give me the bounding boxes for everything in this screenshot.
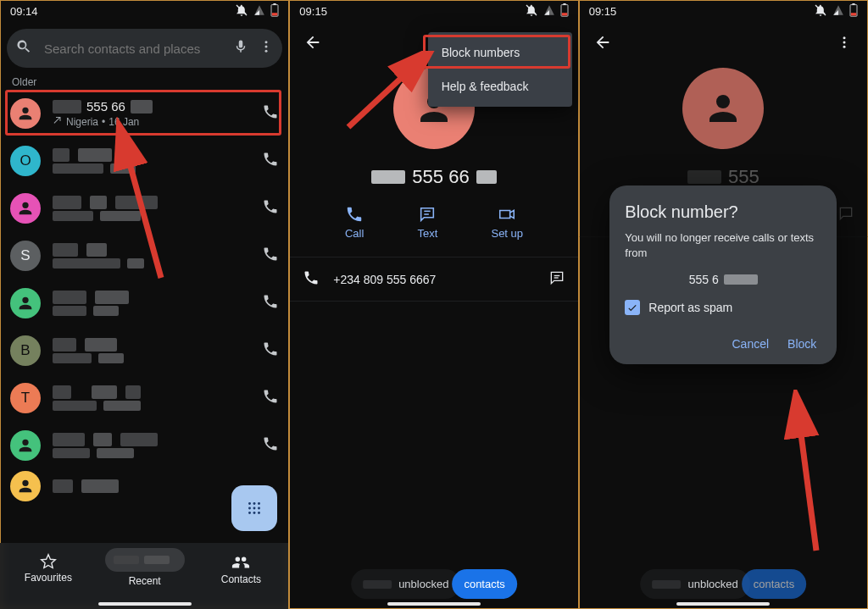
snackbar: unblocked	[640, 569, 749, 599]
contacts-chip[interactable]: contacts	[452, 569, 516, 599]
outgoing-icon	[53, 115, 63, 128]
status-icons	[525, 3, 569, 19]
svg-point-14	[253, 512, 256, 514]
snackbar-cluster: unblocked contacts	[351, 569, 517, 599]
nav-favourites[interactable]: Favourites	[1, 553, 97, 584]
call-log-row[interactable]: 555 66 Nigeria • 16 Jan	[0, 90, 289, 137]
status-bar: 09:14	[0, 0, 289, 22]
call-log-list: 555 66 Nigeria • 16 Jan	[0, 90, 289, 501]
svg-point-12	[258, 507, 260, 510]
dialog-backdrop: Block number? You will no longer receive…	[579, 0, 868, 609]
panel-block-dialog: 09:15 555	[579, 0, 868, 609]
avatar-letter: B	[20, 342, 30, 359]
svg-point-11	[253, 507, 256, 510]
mic-icon[interactable]	[233, 39, 248, 58]
contact-number-title: 555 66	[371, 166, 496, 188]
action-text[interactable]: Text	[417, 205, 437, 240]
meta-date: 16 Jan	[108, 116, 139, 128]
search-bar[interactable]	[7, 29, 282, 68]
snackbar-text: unblocked	[687, 578, 737, 590]
svg-rect-3	[272, 13, 277, 15]
cancel-button[interactable]: Cancel	[732, 337, 769, 351]
snackbar: unblocked	[351, 569, 460, 599]
avatar	[10, 98, 41, 129]
action-call[interactable]: Call	[345, 205, 364, 240]
call-log-row[interactable]	[0, 185, 289, 232]
call-icon[interactable]	[262, 293, 279, 313]
avatar: S	[10, 241, 41, 271]
home-indicator	[676, 602, 770, 606]
call-icon[interactable]	[262, 435, 279, 456]
call-icon[interactable]	[262, 388, 279, 408]
call-icon[interactable]	[262, 340, 279, 361]
dialog-body: You will no longer receive calls or text…	[625, 230, 821, 260]
dialog-title: Block number?	[625, 202, 821, 222]
call-log-row[interactable]: B	[0, 327, 289, 374]
checkbox-label: Report as spam	[648, 301, 732, 314]
status-icons	[235, 3, 279, 19]
clock: 09:15	[299, 5, 327, 18]
call-icon[interactable]	[262, 246, 279, 266]
phone-number: +234 809 555 6667	[333, 273, 436, 286]
message-icon[interactable]	[548, 269, 565, 289]
call-log-row[interactable]: S	[0, 232, 289, 280]
number-fragment: 555 66	[412, 166, 469, 188]
dnd-icon	[525, 3, 538, 19]
snackbar-cluster: unblocked contacts	[640, 569, 806, 599]
action-label: Call	[345, 227, 364, 240]
phone-entry-row[interactable]: +234 809 555 6667	[289, 257, 578, 302]
nav-contacts[interactable]: Contacts	[193, 553, 289, 585]
svg-point-13	[248, 512, 251, 514]
call-icon[interactable]	[262, 151, 279, 171]
menu-help-feedback[interactable]: Help & feedback	[428, 69, 572, 103]
avatar: T	[10, 383, 41, 413]
avatar-letter: S	[20, 247, 30, 264]
svg-rect-19	[563, 3, 565, 5]
snackbar-text: unblocked	[398, 578, 448, 590]
svg-point-4	[265, 41, 268, 43]
contacts-chip[interactable]: contacts	[742, 569, 806, 599]
clock: 09:14	[10, 5, 38, 18]
number-fragment: 555 6	[689, 273, 719, 286]
phone-icon	[303, 269, 320, 289]
avatar: B	[10, 335, 41, 366]
bottom-nav: Favourites Recent Contacts	[0, 543, 289, 609]
dialog-actions: Cancel Block	[625, 334, 821, 356]
svg-point-9	[258, 502, 260, 505]
call-log-row[interactable]: T	[0, 374, 289, 422]
meta-location: Nigeria	[66, 116, 98, 128]
call-log-row[interactable]	[0, 280, 289, 327]
svg-point-6	[265, 50, 268, 53]
call-log-row[interactable]: O	[0, 137, 289, 185]
checkbox-checked-icon[interactable]	[625, 300, 640, 315]
nav-recent[interactable]: Recent	[97, 553, 192, 587]
block-dialog: Block number? You will no longer receive…	[609, 185, 837, 363]
report-spam-row[interactable]: Report as spam	[625, 300, 821, 315]
action-setup[interactable]: Set up	[491, 205, 523, 240]
dialpad-fab[interactable]	[231, 485, 277, 531]
avatar	[10, 193, 41, 224]
nav-label: Recent	[129, 575, 161, 587]
overflow-icon[interactable]	[259, 39, 274, 58]
home-indicator	[387, 602, 481, 606]
section-older: Older	[12, 76, 289, 88]
call-log-row[interactable]	[0, 422, 289, 469]
dialog-number: 555 6	[625, 273, 821, 286]
block-button[interactable]: Block	[787, 337, 816, 351]
search-input[interactable]	[42, 41, 223, 57]
svg-rect-20	[561, 13, 566, 15]
call-icon[interactable]	[262, 198, 279, 219]
avatar	[10, 471, 41, 501]
call-icon[interactable]	[262, 103, 279, 124]
svg-rect-2	[274, 3, 276, 5]
svg-point-10	[248, 507, 251, 510]
back-button[interactable]	[296, 25, 330, 59]
meta-sep: •	[102, 116, 105, 128]
number-fragment: 555 66	[86, 99, 125, 113]
battery-icon	[560, 3, 569, 19]
menu-block-numbers[interactable]: Block numbers	[428, 36, 572, 69]
search-icon	[15, 38, 32, 58]
avatar-letter: T	[21, 390, 30, 407]
svg-point-15	[258, 512, 260, 514]
signal-icon	[253, 4, 265, 19]
